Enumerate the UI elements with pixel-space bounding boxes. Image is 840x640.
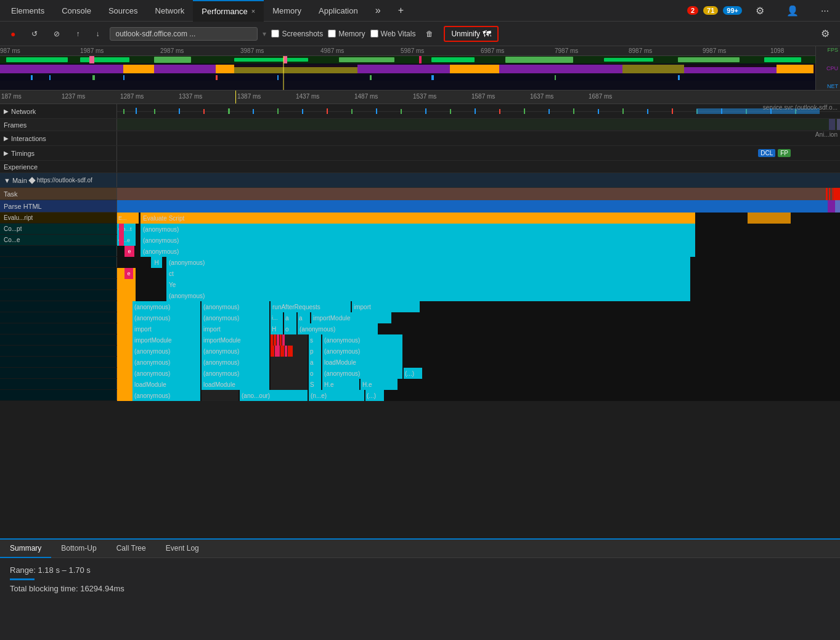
- flame-d0-run[interactable]: runAfterRequests: [271, 301, 351, 312]
- flame-d6-anon2[interactable]: (anonymous): [202, 368, 269, 379]
- tab-network[interactable]: Network: [147, 0, 194, 22]
- flame-block-e2[interactable]: e: [124, 268, 133, 279]
- interactions-label[interactable]: ▶ Interactions: [0, 131, 117, 145]
- flame-d4-p[interactable]: p: [309, 346, 321, 357]
- download-button[interactable]: ↓: [90, 27, 105, 41]
- flame-d8-dots[interactable]: (...): [365, 390, 384, 401]
- flame-row-anon-big: (anonymous): [0, 290, 840, 301]
- more-options-icon[interactable]: ⋯: [812, 0, 838, 22]
- tab-console[interactable]: Console: [53, 0, 100, 22]
- profile-icon[interactable]: 👤: [778, 0, 807, 22]
- flame-d0-anon1[interactable]: (anonymous): [133, 301, 200, 312]
- flame-block-anon-big[interactable]: (anonymous): [166, 290, 690, 301]
- flame-d8-ne[interactable]: (n...e): [309, 390, 364, 401]
- flame-scroll[interactable]: ▶ Network: [0, 104, 840, 538]
- svg-rect-13: [419, 56, 422, 63]
- flame-d8-anon[interactable]: (anonymous): [133, 390, 200, 401]
- svg-rect-45: [253, 109, 254, 114]
- tab-summary[interactable]: Summary: [0, 540, 51, 558]
- tab-memory[interactable]: Memory: [264, 0, 310, 22]
- svg-rect-70: [829, 119, 835, 130]
- flame-d5-a[interactable]: a: [309, 357, 321, 368]
- flame-label-deep3: [0, 334, 117, 345]
- flame-d1-a2[interactable]: a: [298, 312, 310, 323]
- flame-block-evaluate-script[interactable]: Evaluate Script: [141, 213, 695, 224]
- flame-d7-lm1[interactable]: loadModule: [133, 379, 200, 390]
- flame-block-H[interactable]: H: [151, 257, 162, 268]
- flame-block-evaluate-small[interactable]: E...: [117, 213, 139, 224]
- flame-d3-im2[interactable]: importModule: [202, 334, 269, 346]
- flame-d1-a1[interactable]: a: [284, 312, 296, 323]
- webvitals-checkbox[interactable]: Web Vitals: [370, 30, 416, 38]
- ruler-mark: 5987 ms: [401, 47, 424, 54]
- flame-d0-anon2[interactable]: (anonymous): [202, 301, 269, 312]
- flame-d2-import1[interactable]: import: [133, 323, 200, 334]
- deep6-track: (anonymous) (anonymous) o (anonymous) (.…: [117, 368, 840, 379]
- flame-d5-anon1[interactable]: (anonymous): [133, 357, 200, 368]
- experience-label[interactable]: Experience: [0, 161, 117, 172]
- flame-d6-ellipsis[interactable]: (...): [404, 368, 422, 379]
- settings-icon[interactable]: ⚙: [747, 0, 773, 22]
- flame-d4-anon1[interactable]: (anonymous): [133, 346, 200, 357]
- task-chart: [117, 188, 840, 200]
- stop-button[interactable]: ⊘: [48, 27, 65, 41]
- memory-checkbox[interactable]: Memory: [328, 30, 365, 38]
- tab-elements[interactable]: Elements: [2, 0, 53, 22]
- trash-button[interactable]: 🗑: [420, 27, 439, 41]
- flame-d0-import[interactable]: import: [352, 301, 420, 312]
- flame-deep-row-1: (anonymous) (anonymous) i... a a importM…: [0, 312, 840, 323]
- flame-d5-anon2[interactable]: (anonymous): [202, 357, 269, 368]
- flame-block-ye[interactable]: Ye: [166, 279, 690, 290]
- flame-d6-anon1[interactable]: (anonymous): [133, 368, 200, 379]
- tab-application[interactable]: Application: [310, 0, 367, 22]
- flame-d2-o[interactable]: o: [284, 323, 296, 334]
- tab-sources[interactable]: Sources: [100, 0, 147, 22]
- svg-rect-31: [216, 75, 218, 80]
- flame-d6-anon3[interactable]: (anonymous): [322, 368, 402, 379]
- flame-d3-s[interactable]: s: [309, 334, 321, 346]
- flame-d1-anon1[interactable]: (anonymous): [133, 312, 200, 323]
- flame-d3-anon[interactable]: (anonymous): [322, 334, 402, 346]
- tab-more[interactable]: »: [367, 0, 389, 22]
- tab-performance[interactable]: Performance ×: [193, 0, 264, 22]
- flame-d2-import2[interactable]: import: [202, 323, 269, 334]
- main-thread-label[interactable]: ▼ Main https://outlook-sdf.office.com/ma…: [0, 173, 117, 187]
- flame-block-anonymous4[interactable]: (anonymous): [166, 257, 690, 268]
- refresh-button[interactable]: ↺: [26, 27, 43, 41]
- tab-call-tree[interactable]: Call Tree: [107, 540, 156, 558]
- timings-label[interactable]: ▶ Timings: [0, 146, 117, 160]
- flame-d7-He2[interactable]: H.e: [361, 379, 398, 390]
- toolbar-settings-button[interactable]: ⚙: [815, 25, 835, 42]
- flame-block-anonymous3[interactable]: (anonymous): [141, 246, 695, 257]
- network-label[interactable]: ▶ Network: [0, 104, 117, 118]
- flame-block-anonymous1[interactable]: (anonymous): [141, 224, 695, 235]
- flame-d7-lm2[interactable]: loadModule: [202, 379, 269, 390]
- unminify-button[interactable]: Unminify 🗺: [444, 26, 499, 42]
- flame-block-e1[interactable]: e: [124, 246, 134, 257]
- upload-button[interactable]: ↑: [70, 27, 85, 41]
- flame-d4-anon2[interactable]: (anonymous): [202, 346, 269, 357]
- flame-d5-loadModule[interactable]: loadModule: [322, 357, 402, 368]
- flame-d2-anon[interactable]: (anonymous): [298, 323, 378, 334]
- record-button[interactable]: ●: [5, 26, 21, 41]
- flame-d1-importModule[interactable]: importModule: [311, 312, 391, 323]
- screenshots-checkbox[interactable]: Screenshots: [271, 30, 323, 38]
- flame-d6-o[interactable]: o: [309, 368, 321, 379]
- tab-bottom-up[interactable]: Bottom-Up: [51, 540, 106, 558]
- url-input[interactable]: [110, 27, 258, 41]
- flame-d3-im1[interactable]: importModule: [133, 334, 200, 346]
- flame-d1-anon2[interactable]: (anonymous): [202, 312, 269, 323]
- flame-d4-anon3[interactable]: (anonymous): [322, 346, 402, 357]
- flame-d1-i[interactable]: i...: [271, 312, 283, 323]
- tab-new[interactable]: +: [389, 0, 412, 22]
- flame-d2-H[interactable]: H: [271, 323, 283, 334]
- tab-close-icon[interactable]: ×: [251, 7, 255, 15]
- tab-event-log[interactable]: Event Log: [156, 540, 209, 558]
- frames-label[interactable]: Frames: [0, 119, 117, 131]
- flame-block-ct[interactable]: ct: [166, 268, 690, 279]
- flame-row-compile: Co...pt Co...t (anonymous): [0, 224, 840, 235]
- flame-d7-He1[interactable]: H.e: [322, 379, 359, 390]
- flame-d8-ano-our[interactable]: (ano...our): [240, 390, 308, 401]
- flame-block-anonymous2[interactable]: (anonymous): [141, 235, 695, 246]
- flame-d7-S[interactable]: S: [309, 379, 321, 390]
